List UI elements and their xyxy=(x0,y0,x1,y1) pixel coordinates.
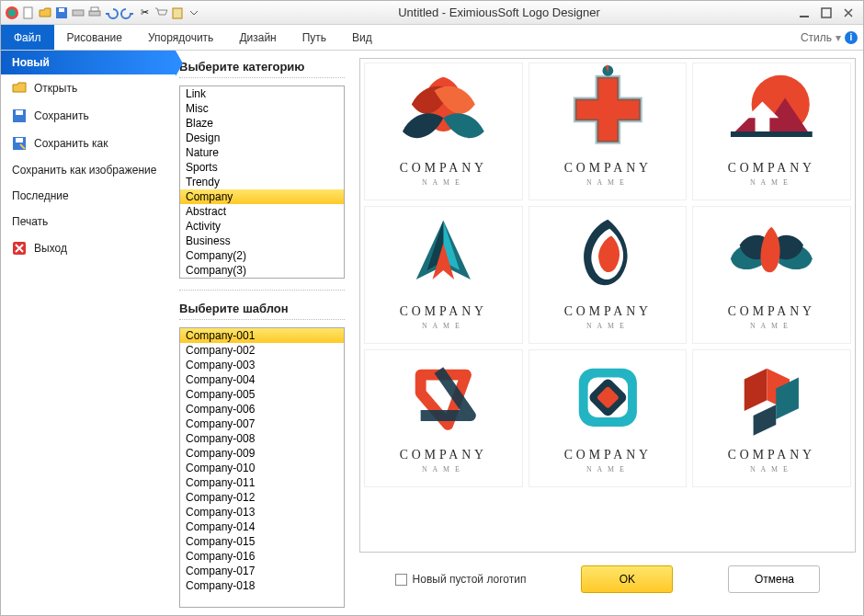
svg-rect-4 xyxy=(59,8,64,12)
sidebar-item-open[interactable]: Открыть xyxy=(1,74,176,102)
template-option[interactable]: Company-018 xyxy=(180,578,344,593)
category-option[interactable]: Misc xyxy=(180,101,344,116)
logo-template-card[interactable]: COMPANYNAME xyxy=(364,349,523,487)
logo-template-card[interactable]: COMPANYNAME xyxy=(529,206,688,344)
svg-text:COMPANY: COMPANY xyxy=(728,448,815,462)
sidebar-item-save[interactable]: Сохранить xyxy=(1,102,176,130)
template-listbox[interactable]: Company-001Company-002Company-003Company… xyxy=(179,327,345,608)
template-option[interactable]: Company-003 xyxy=(180,358,344,372)
sidebar-item-label: Открыть xyxy=(34,82,77,95)
dropdown-icon[interactable] xyxy=(187,6,201,20)
menu-path[interactable]: Путь xyxy=(290,25,339,50)
template-option[interactable]: Company-001 xyxy=(180,328,344,343)
minimize-button[interactable] xyxy=(797,6,812,20)
template-option[interactable]: Company-017 xyxy=(180,564,344,578)
category-option[interactable]: Company xyxy=(180,189,344,204)
menu-view[interactable]: Вид xyxy=(339,25,385,50)
window-title: Untitled - EximiousSoft Logo Designer xyxy=(201,6,797,19)
category-option[interactable]: Company(2) xyxy=(180,248,344,263)
template-option[interactable]: Company-016 xyxy=(180,549,344,564)
category-option[interactable]: Abstract xyxy=(180,204,344,219)
svg-text:COMPANY: COMPANY xyxy=(563,161,651,175)
template-option[interactable]: Company-011 xyxy=(180,475,344,490)
sidebar-item-save-as[interactable]: Сохранить как xyxy=(1,130,176,157)
close-window-button[interactable] xyxy=(841,6,856,20)
category-option[interactable]: Business xyxy=(180,234,344,248)
blank-logo-checkbox[interactable]: Новый пустой логотип xyxy=(395,573,527,586)
template-option[interactable]: Company-004 xyxy=(180,372,344,387)
file-sidebar: Новый Открыть Сохранить Сохранить как Со… xyxy=(1,51,176,615)
template-option[interactable]: Company-013 xyxy=(180,505,344,519)
sidebar-item-save-as-image[interactable]: Сохранить как изображение xyxy=(1,157,176,183)
category-option[interactable]: Blaze xyxy=(180,116,344,131)
redo-icon[interactable] xyxy=(120,6,135,20)
cancel-button[interactable]: Отмена xyxy=(728,565,820,593)
svg-text:COMPANY: COMPANY xyxy=(728,161,815,175)
svg-text:COMPANY: COMPANY xyxy=(400,448,487,462)
sidebar-item-recent[interactable]: Последние xyxy=(1,183,176,209)
menu-file[interactable]: Файл xyxy=(1,25,54,50)
logo-template-card[interactable]: COMPANYNAME xyxy=(692,63,851,200)
category-option[interactable]: Nature xyxy=(180,145,344,160)
sidebar-header-new[interactable]: Новый xyxy=(1,51,176,74)
svg-text:COMPANY: COMPANY xyxy=(400,304,487,318)
menu-design[interactable]: Дизайн xyxy=(226,25,289,50)
cut-icon[interactable]: ✂ xyxy=(137,6,152,20)
paste-icon[interactable] xyxy=(170,6,185,20)
svg-rect-9 xyxy=(800,16,809,17)
maximize-button[interactable] xyxy=(819,6,834,20)
menu-arrange[interactable]: Упорядочить xyxy=(135,25,226,50)
svg-rect-14 xyxy=(16,138,23,143)
logo-template-card[interactable]: COMPANYNAME xyxy=(692,349,851,487)
sidebar-item-print[interactable]: Печать xyxy=(1,209,176,234)
save-icon[interactable] xyxy=(54,6,69,20)
logo-template-card[interactable]: COMPANYNAME xyxy=(364,63,523,200)
svg-text:NAME: NAME xyxy=(586,322,630,330)
template-option[interactable]: Company-014 xyxy=(180,519,344,534)
category-option[interactable]: Sports xyxy=(180,160,344,175)
category-listbox[interactable]: LinkMiscBlazeDesignNatureSportsTrendyCom… xyxy=(179,86,345,279)
template-option[interactable]: Company-009 xyxy=(180,446,344,461)
template-preview-panel[interactable]: COMPANYNAMECOMPANYNAMECOMPANYNAMECOMPANY… xyxy=(359,58,856,553)
template-option[interactable]: Company-015 xyxy=(180,534,344,549)
template-option[interactable]: Company-006 xyxy=(180,402,344,416)
category-option[interactable]: Company(4) xyxy=(180,278,344,279)
print-icon[interactable] xyxy=(87,6,102,20)
template-option[interactable]: Company-007 xyxy=(180,416,344,431)
logo-template-card[interactable]: COMPANYNAME xyxy=(692,206,851,344)
svg-rect-8 xyxy=(173,8,182,18)
logo-template-card[interactable]: COMPANYNAME xyxy=(364,206,523,344)
sidebar-item-label: Сохранить как xyxy=(34,137,108,150)
open-icon[interactable] xyxy=(38,6,52,20)
svg-rect-7 xyxy=(91,7,98,11)
menu-drawing[interactable]: Рисование xyxy=(54,25,135,50)
help-icon[interactable]: i xyxy=(845,31,858,44)
sidebar-item-label: Печать xyxy=(12,215,48,228)
undo-icon[interactable] xyxy=(104,6,119,20)
ok-button[interactable]: OK xyxy=(581,565,673,593)
category-option[interactable]: Trendy xyxy=(180,175,344,189)
template-option[interactable]: Company-010 xyxy=(180,461,344,475)
sidebar-item-exit[interactable]: Выход xyxy=(1,234,176,262)
template-heading: Выберите шаблон xyxy=(179,300,345,320)
save-as-icon xyxy=(12,136,27,151)
cart-icon[interactable] xyxy=(153,6,168,20)
template-option[interactable]: Company-005 xyxy=(180,387,344,402)
category-option[interactable]: Link xyxy=(180,86,344,101)
app-logo-icon xyxy=(5,6,19,20)
logo-template-card[interactable]: COMPANYNAME xyxy=(529,63,688,200)
svg-rect-2 xyxy=(24,7,32,18)
template-option[interactable]: Company-008 xyxy=(180,431,344,446)
print-preview-icon[interactable] xyxy=(71,6,85,20)
logo-template-card[interactable]: COMPANYNAME xyxy=(529,349,688,487)
template-option[interactable]: Company-002 xyxy=(180,343,344,358)
svg-text:NAME: NAME xyxy=(422,465,465,473)
svg-rect-10 xyxy=(822,8,831,17)
style-dropdown[interactable]: Стиль xyxy=(801,31,832,44)
category-option[interactable]: Design xyxy=(180,131,344,145)
category-option[interactable]: Activity xyxy=(180,219,344,234)
svg-text:COMPANY: COMPANY xyxy=(563,304,651,318)
new-doc-icon[interactable] xyxy=(21,6,36,20)
category-option[interactable]: Company(3) xyxy=(180,263,344,278)
template-option[interactable]: Company-012 xyxy=(180,490,344,505)
